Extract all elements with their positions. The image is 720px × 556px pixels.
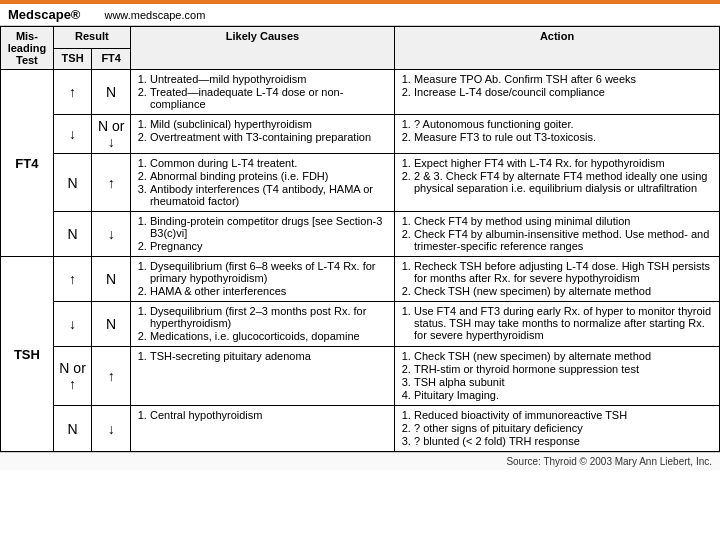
table-row: N↓Central hypothyroidismReduced bioactiv… [1, 406, 720, 452]
table-row: N↑Common during L-T4 treatent.Abnormal b… [1, 154, 720, 212]
table-row: N or ↑↑TSH-secreting pituitary adenomaCh… [1, 347, 720, 406]
medscape-logo: Medscape® [8, 7, 80, 22]
misleading-tsh: TSH [1, 257, 54, 452]
cause-item: Pregnancy [150, 240, 389, 252]
cause-item: Untreated—mild hypothyroidism [150, 73, 389, 85]
action-item: 2 & 3. Check FT4 by alternate FT4 method… [414, 170, 714, 194]
cell-tsh: N or ↑ [53, 347, 92, 406]
cell-causes: Common during L-T4 treatent.Abnormal bin… [130, 154, 394, 212]
cell-actions: Recheck TSH before adjusting L-T4 dose. … [394, 257, 719, 302]
action-item: ? other signs of pituitary deficiency [414, 422, 714, 434]
cell-actions: ? Autonomous functioning goiter.Measure … [394, 115, 719, 154]
col-header-misleading: Mis-leading Test [1, 27, 54, 70]
cell-causes: Untreated—mild hypothyroidismTreated—ina… [130, 70, 394, 115]
website-url: www.medscape.com [104, 9, 205, 21]
col-header-result: Result [53, 27, 130, 49]
cell-causes: Dysequilibrium (first 2–3 months post Rx… [130, 302, 394, 347]
action-item: Check TSH (new specimen) by alternate me… [414, 285, 714, 297]
main-table: Mis-leading Test Result Likely Causes Ac… [0, 26, 720, 452]
cell-causes: Mild (subclinical) hyperthyroidismOvertr… [130, 115, 394, 154]
cause-item: Dysequilibrium (first 6–8 weeks of L-T4 … [150, 260, 389, 284]
action-item: TRH-stim or thyroid hormone suppression … [414, 363, 714, 375]
cell-actions: Expect higher FT4 with L-T4 Rx. for hypo… [394, 154, 719, 212]
cell-tsh: ↓ [53, 302, 92, 347]
cause-item: Treated—inadequate L-T4 dose or non-comp… [150, 86, 389, 110]
cell-actions: Measure TPO Ab. Confirm TSH after 6 week… [394, 70, 719, 115]
cell-actions: Check TSH (new specimen) by alternate me… [394, 347, 719, 406]
cell-tsh: N [53, 154, 92, 212]
top-bar: Medscape® www.medscape.com [0, 4, 720, 26]
cell-ft4: ↑ [92, 154, 131, 212]
cause-item: Central hypothyroidism [150, 409, 389, 421]
cell-causes: Central hypothyroidism [130, 406, 394, 452]
action-item: Measure TPO Ab. Confirm TSH after 6 week… [414, 73, 714, 85]
cell-ft4: ↑ [92, 347, 131, 406]
cell-ft4: ↓ [92, 406, 131, 452]
cell-ft4: N or ↓ [92, 115, 131, 154]
col-header-action: Action [394, 27, 719, 70]
table-row: ↓N or ↓Mild (subclinical) hyperthyroidis… [1, 115, 720, 154]
cell-causes: Binding-protein competitor drugs [see Se… [130, 212, 394, 257]
misleading-ft4: FT4 [1, 70, 54, 257]
cell-tsh: ↑ [53, 257, 92, 302]
cause-item: Binding-protein competitor drugs [see Se… [150, 215, 389, 239]
cell-tsh: N [53, 212, 92, 257]
action-item: ? blunted (< 2 fold) TRH response [414, 435, 714, 447]
action-item: Recheck TSH before adjusting L-T4 dose. … [414, 260, 714, 284]
cell-tsh: ↓ [53, 115, 92, 154]
action-item: Expect higher FT4 with L-T4 Rx. for hypo… [414, 157, 714, 169]
cause-item: Common during L-T4 treatent. [150, 157, 389, 169]
action-item: Reduced bioactivity of immunoreactive TS… [414, 409, 714, 421]
action-item: Measure FT3 to rule out T3-toxicosis. [414, 131, 714, 143]
cause-item: Abnormal binding proteins (i.e. FDH) [150, 170, 389, 182]
cell-actions: Use FT4 and FT3 during early Rx. of hype… [394, 302, 719, 347]
footer-bar: Source: Thyroid © 2003 Mary Ann Liebert,… [0, 452, 720, 470]
col-header-ft4: FT4 [92, 48, 131, 70]
table-row: ↓NDysequilibrium (first 2–3 months post … [1, 302, 720, 347]
action-item: Use FT4 and FT3 during early Rx. of hype… [414, 305, 714, 341]
col-header-tsh: TSH [53, 48, 92, 70]
cause-item: HAMA & other interferences [150, 285, 389, 297]
table-row: FT4↑NUntreated—mild hypothyroidismTreate… [1, 70, 720, 115]
cell-ft4: N [92, 302, 131, 347]
col-header-causes: Likely Causes [130, 27, 394, 70]
cause-item: Antibody interferences (T4 antibody, HAM… [150, 183, 389, 207]
cell-ft4: N [92, 257, 131, 302]
cell-causes: Dysequilibrium (first 6–8 weeks of L-T4 … [130, 257, 394, 302]
cell-tsh: N [53, 406, 92, 452]
cell-ft4: N [92, 70, 131, 115]
action-item: Check TSH (new specimen) by alternate me… [414, 350, 714, 362]
cell-tsh: ↑ [53, 70, 92, 115]
action-item: Check FT4 by albumin-insensitive method.… [414, 228, 714, 252]
cause-item: TSH-secreting pituitary adenoma [150, 350, 389, 362]
action-item: ? Autonomous functioning goiter. [414, 118, 714, 130]
footer-text: Source: Thyroid © 2003 Mary Ann Liebert,… [506, 456, 712, 467]
action-item: Check FT4 by method using minimal diluti… [414, 215, 714, 227]
table-row: TSH↑NDysequilibrium (first 6–8 weeks of … [1, 257, 720, 302]
cause-item: Mild (subclinical) hyperthyroidism [150, 118, 389, 130]
cause-item: Overtreatment with T3-containing prepara… [150, 131, 389, 143]
action-item: Pituitary Imaging. [414, 389, 714, 401]
cell-causes: TSH-secreting pituitary adenoma [130, 347, 394, 406]
cell-ft4: ↓ [92, 212, 131, 257]
cause-item: Medications, i.e. glucocorticoids, dopam… [150, 330, 389, 342]
cause-item: Dysequilibrium (first 2–3 months post Rx… [150, 305, 389, 329]
cell-actions: Reduced bioactivity of immunoreactive TS… [394, 406, 719, 452]
action-item: Increase L-T4 dose/council compliance [414, 86, 714, 98]
cell-actions: Check FT4 by method using minimal diluti… [394, 212, 719, 257]
table-row: N↓Binding-protein competitor drugs [see … [1, 212, 720, 257]
action-item: TSH alpha subunit [414, 376, 714, 388]
